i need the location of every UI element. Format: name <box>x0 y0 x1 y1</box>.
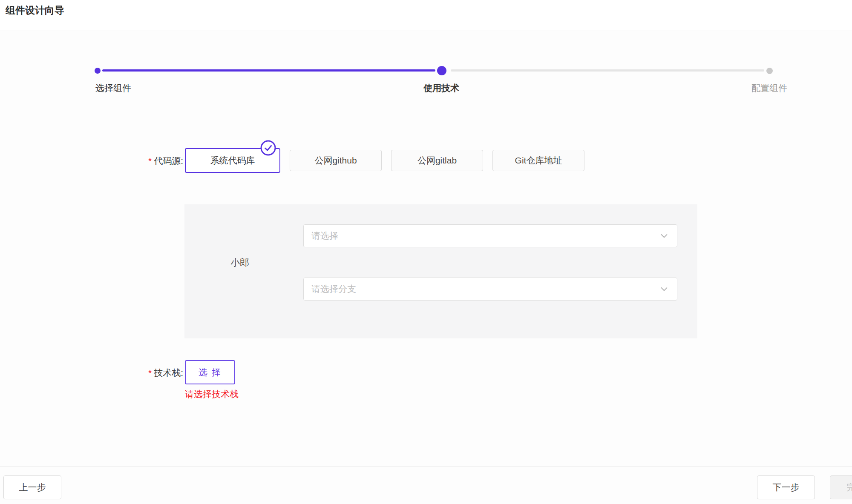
source-option-public-gitlab[interactable]: 公网gitlab <box>391 150 483 171</box>
footer-divider <box>0 466 852 467</box>
tech-stack-select-button[interactable]: 选 择 <box>185 360 235 384</box>
source-option-git-url[interactable]: Git仓库地址 <box>492 150 584 171</box>
step-dot-finished <box>95 68 101 74</box>
code-source-label: *代码源: <box>72 155 183 167</box>
step-dot-active <box>437 66 446 75</box>
step-dot-pending <box>766 68 773 74</box>
tech-stack-label-text: 技术栈: <box>154 368 183 378</box>
tech-stack-label: *技术栈: <box>72 367 183 379</box>
component-design-wizard: 组件设计向导 选择组件 使用技术 配置组件 *代码源: 系统代码库 公网gith… <box>0 0 852 504</box>
repo-selection-panel: 小郎 请选择 请选择分支 <box>184 204 697 338</box>
step-line-pending <box>451 69 764 72</box>
chevron-down-icon <box>659 231 669 241</box>
repo-owner-label: 小郎 <box>230 256 249 269</box>
branch-select[interactable]: 请选择分支 <box>303 278 677 301</box>
finish-button-disabled: 完 成 <box>830 475 852 499</box>
step-label-use-technology: 使用技术 <box>386 82 497 94</box>
selected-check-icon <box>260 140 276 156</box>
code-source-options: 系统代码库 公网github 公网gitlab Git仓库地址 <box>185 148 594 173</box>
previous-step-button[interactable]: 上一步 <box>3 475 61 499</box>
repo-select[interactable]: 请选择 <box>303 224 677 247</box>
page-title: 组件设计向导 <box>6 4 64 17</box>
step-label-configure-component: 配置组件 <box>714 82 825 94</box>
source-option-label: 公网github <box>314 155 357 166</box>
next-step-button[interactable]: 下一步 <box>757 475 815 499</box>
chevron-down-icon <box>659 284 669 294</box>
source-option-label: 公网gitlab <box>417 155 457 166</box>
code-source-label-text: 代码源: <box>154 156 183 166</box>
step-label-select-component: 选择组件 <box>58 82 169 94</box>
source-option-public-github[interactable]: 公网github <box>290 150 382 171</box>
branch-select-placeholder: 请选择分支 <box>311 283 659 295</box>
source-option-system-repo[interactable]: 系统代码库 <box>185 148 280 173</box>
repo-select-placeholder: 请选择 <box>311 230 659 242</box>
header: 组件设计向导 <box>0 0 852 31</box>
source-option-label: Git仓库地址 <box>515 155 562 166</box>
required-asterisk: * <box>148 368 152 378</box>
source-option-label: 系统代码库 <box>210 155 255 166</box>
required-asterisk: * <box>148 156 152 166</box>
step-line-finished <box>102 69 435 72</box>
tech-stack-error-message: 请选择技术栈 <box>185 388 239 400</box>
